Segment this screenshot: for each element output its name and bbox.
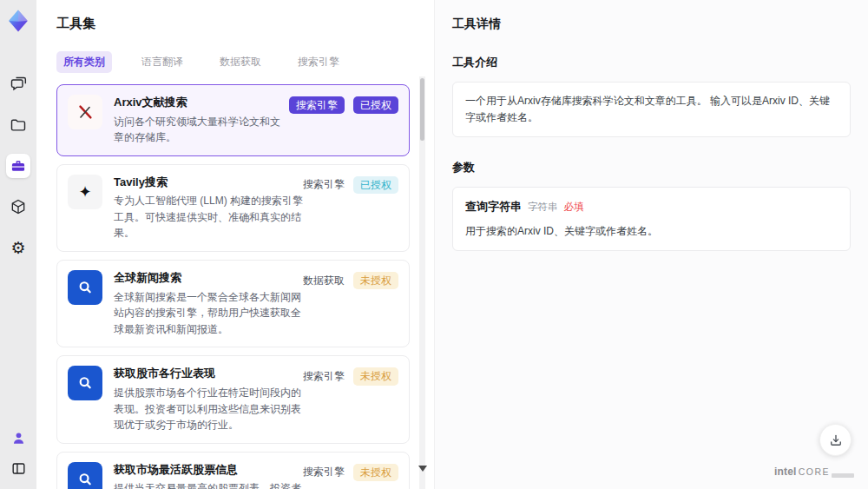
tab-data-fetch[interactable]: 数据获取 [213, 51, 268, 73]
tool-card-tavily[interactable]: ✦ Tavily搜索 专为人工智能代理 (LLM) 构建的搜索引擎工具。可快速提… [56, 164, 410, 252]
detail-title: 工具详情 [452, 17, 851, 32]
param-box: 查询字符串 字符串 必填 用于搜索的Arxiv ID、关键字或作者姓名。 [452, 187, 851, 251]
left-rail: ⚙ [0, 0, 36, 489]
auth-status-badge: 已授权 [353, 96, 398, 114]
arxiv-icon [68, 95, 102, 129]
tavily-star-icon: ✦ [68, 175, 102, 209]
params-section-title: 参数 [452, 160, 851, 175]
nav-files-button[interactable] [6, 113, 30, 137]
tool-name: 全球新闻搜索 [114, 270, 303, 286]
category-tabs: 所有类别 语言翻译 数据获取 搜索引擎 [56, 51, 410, 73]
chat-icon [10, 76, 27, 93]
stock-search-icon [68, 366, 102, 400]
auth-status-badge: 未授权 [353, 464, 398, 481]
intro-box: 一个用于从Arxiv存储库搜索科学论文和文章的工具。 输入可以是Arxiv ID… [452, 82, 851, 137]
intro-text: 一个用于从Arxiv存储库搜索科学论文和文章的工具。 输入可以是Arxiv ID… [465, 95, 830, 123]
folder-icon [10, 116, 27, 134]
nav-models-button[interactable] [6, 195, 30, 219]
tool-description: 提供股票市场各个行业在特定时间段内的表现。投资者可以利用这些信息来识别表现优于或… [114, 385, 303, 433]
user-profile-button[interactable] [6, 426, 30, 450]
logo-sub-mark [832, 473, 854, 478]
toolbox-icon [10, 157, 27, 175]
tool-name: 获取市场最活跃股票信息 [114, 462, 303, 478]
download-icon [828, 433, 844, 448]
param-type: 字符串 [528, 199, 558, 215]
panel-toggle-icon [10, 460, 27, 477]
stock-search-icon [68, 462, 102, 489]
tab-language-translation[interactable]: 语言翻译 [135, 51, 190, 73]
tool-name: Arxiv文献搜索 [114, 95, 289, 110]
nav-toolbox-button[interactable] [6, 154, 30, 178]
category-label: 搜索引擎 [303, 177, 345, 192]
tool-card-global-news[interactable]: 全球新闻搜索 全球新闻搜索是一个聚合全球各大新闻网站内容的搜索引擎，帮助用户快速… [56, 260, 410, 347]
tool-list-panel: 工具集 所有类别 语言翻译 数据获取 搜索引擎 Arxiv文献搜索 访问各个研究… [36, 0, 434, 489]
tool-description: 全球新闻搜索是一个聚合全球各大新闻网站内容的搜索引擎，帮助用户快速获取全球最新资… [114, 289, 303, 338]
tab-search-engine[interactable]: 搜索引擎 [291, 51, 346, 73]
intel-core-logo: intel CORE [774, 466, 854, 478]
tool-name: 获取股市各行业表现 [114, 366, 303, 381]
category-label: 数据获取 [303, 274, 345, 288]
logo-diamond-icon [5, 8, 31, 34]
tool-card-sector-performance[interactable]: 获取股市各行业表现 提供股票市场各个行业在特定时间段内的表现。投资者可以利用这些… [56, 355, 410, 443]
nav-chat-button[interactable] [6, 72, 30, 96]
tool-description: 提供当天交易量最高的股票列表。投资者可以利用这些信息来识别流动性强的股票和潜在的… [114, 480, 303, 489]
cube-icon [10, 198, 27, 215]
download-button[interactable] [819, 424, 852, 456]
tool-description: 专为人工智能代理 (LLM) 构建的搜索引擎工具。可快速提供实时、准确和真实的结… [114, 193, 303, 241]
param-description: 用于搜索的Arxiv ID、关键字或作者姓名。 [465, 223, 838, 240]
list-scrollbar[interactable] [419, 76, 425, 489]
tool-detail-panel: 工具详情 工具介绍 一个用于从Arxiv存储库搜索科学论文和文章的工具。 输入可… [434, 0, 868, 489]
intro-section-title: 工具介绍 [452, 55, 851, 70]
scrollbar-thumb[interactable] [420, 78, 424, 141]
user-icon [10, 430, 27, 446]
news-search-icon [68, 270, 102, 305]
scrollbar-down-arrow-icon[interactable] [418, 466, 427, 472]
auth-status-badge: 未授权 [353, 367, 398, 385]
category-label: 搜索引擎 [303, 369, 345, 384]
page-title: 工具集 [56, 16, 410, 32]
category-badge: 搜索引擎 [289, 96, 345, 114]
tool-card-most-active-stocks[interactable]: 获取市场最活跃股票信息 提供当天交易量最高的股票列表。投资者可以利用这些信息来识… [56, 452, 410, 489]
category-label: 搜索引擎 [303, 465, 345, 479]
nav-settings-button[interactable]: ⚙ [6, 235, 30, 260]
core-logo-text: CORE [799, 466, 830, 477]
rail-bottom [6, 426, 30, 480]
intel-logo-text: intel [774, 466, 797, 478]
tool-description: 访问各个研究领域大量科学论文和文章的存储库。 [114, 114, 289, 146]
auth-status-badge: 未授权 [353, 272, 398, 289]
param-name: 查询字符串 [465, 198, 522, 216]
tool-card-list: Arxiv文献搜索 访问各个研究领域大量科学论文和文章的存储库。 搜索引擎 已授… [56, 84, 410, 489]
app-logo[interactable] [3, 6, 33, 36]
tool-name: Tavily搜索 [114, 175, 303, 190]
gear-icon: ⚙ [10, 240, 25, 256]
param-required-badge: 必填 [564, 199, 584, 215]
rail-nav: ⚙ [6, 72, 30, 260]
collapse-panel-button[interactable] [6, 456, 30, 480]
tab-all-categories[interactable]: 所有类别 [56, 51, 112, 73]
auth-status-badge: 已授权 [353, 176, 398, 194]
tool-card-arxiv[interactable]: Arxiv文献搜索 访问各个研究领域大量科学论文和文章的存储库。 搜索引擎 已授… [56, 84, 410, 156]
